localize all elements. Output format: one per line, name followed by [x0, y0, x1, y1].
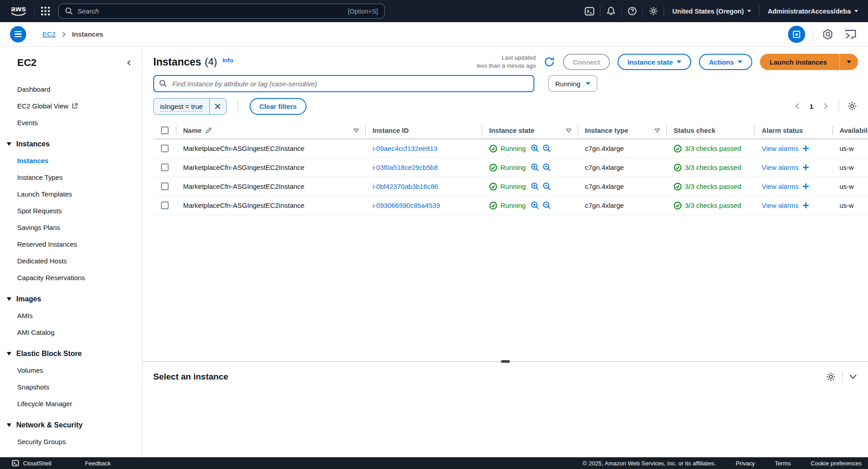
sidebar-menu-toggle[interactable] — [10, 26, 26, 42]
page-number[interactable]: 1 — [806, 103, 817, 110]
global-search[interactable]: [Option+S] — [58, 4, 385, 19]
sidebar-item-reserved-instances[interactable]: Reserved Instances — [0, 236, 142, 253]
previous-page-icon[interactable] — [793, 101, 802, 112]
instance-id-link[interactable]: i-0bf42370ab3b16c86 — [373, 183, 438, 190]
column-header-instance-state[interactable]: Instance state — [482, 122, 578, 139]
zoom-in-icon[interactable] — [531, 163, 539, 172]
aws-logo-text: aws — [11, 6, 26, 12]
zoom-in-icon[interactable] — [531, 182, 539, 191]
column-header-alarm-status[interactable]: Alarm status — [755, 122, 832, 139]
sidebar-item-launch-templates[interactable]: Launch Templates — [0, 186, 142, 202]
view-alarms-link[interactable]: View alarms — [762, 164, 798, 171]
sidebar-item-instances[interactable]: Instances — [0, 152, 142, 169]
column-header-instance-type[interactable]: Instance type — [578, 122, 666, 139]
instance-id-link[interactable]: i-09aec4ccf132ee813 — [373, 145, 437, 152]
footer-cloudshell-button[interactable]: CloudShell — [12, 460, 52, 467]
instance-state-button[interactable]: Instance state — [618, 54, 691, 70]
add-alarm-plus-icon[interactable] — [802, 202, 809, 209]
add-alarm-plus-icon[interactable] — [802, 164, 809, 171]
sidebar-section-network-security[interactable]: Network & Security — [0, 417, 142, 433]
zoom-out-icon[interactable] — [542, 201, 551, 210]
account-menu[interactable]: AdministratorAccess/deba — [760, 0, 860, 22]
footer-cookie-preferences-link[interactable]: Cookie preferences — [811, 460, 862, 467]
zoom-in-icon[interactable] — [531, 144, 539, 153]
sidebar-collapse-icon[interactable] — [126, 59, 133, 66]
zoom-in-icon[interactable] — [531, 201, 539, 210]
column-header-instance-id[interactable]: Instance ID — [365, 122, 482, 139]
status-ok-icon — [489, 145, 497, 153]
footer-feedback-button[interactable]: Feedback — [85, 460, 111, 467]
sort-icon — [354, 128, 359, 133]
view-alarms-link[interactable]: View alarms — [762, 145, 798, 152]
cloudshell-terminal-icon[interactable] — [579, 0, 600, 22]
sidebar-item-ec2-global-view[interactable]: EC2 Global View — [0, 98, 142, 114]
row-checkbox[interactable] — [161, 183, 169, 190]
app-body: EC2 Dashboard EC2 Global View Events Ins… — [0, 47, 868, 457]
breadcrumb-ec2-link[interactable]: EC2 — [42, 30, 56, 38]
instance-search-input[interactable] — [153, 75, 534, 92]
aws-logo[interactable]: aws — [11, 6, 26, 16]
sidebar-item-spot-requests[interactable]: Spot Requests — [0, 202, 142, 219]
sidebar-item-savings-plans[interactable]: Savings Plans — [0, 219, 142, 236]
sidebar-item-amis[interactable]: AMIs — [0, 307, 142, 324]
availability-zone-cell: us-w — [832, 139, 868, 158]
launch-instances-button[interactable]: Launch instances — [760, 54, 835, 70]
split-panel-collapse-chevron-icon[interactable] — [849, 374, 857, 380]
settings-gear-icon[interactable] — [643, 0, 664, 22]
column-header-name[interactable]: Name — [176, 122, 365, 139]
table-preferences-gear-icon[interactable] — [847, 101, 857, 111]
sidebar-item-lifecycle-manager[interactable]: Lifecycle Manager — [0, 395, 142, 412]
connect-button[interactable]: Connect — [563, 54, 610, 70]
global-search-input[interactable] — [77, 7, 348, 15]
zoom-out-icon[interactable] — [542, 144, 551, 153]
side-panel-toggle-icon[interactable] — [788, 26, 805, 43]
name-cell: MarketplaceCfn-ASGIngestEC2Instance — [176, 139, 365, 158]
sidebar-section-images[interactable]: Images — [0, 291, 142, 307]
column-header-availability-zone[interactable]: Availability Zone — [832, 122, 868, 139]
alarm-status-cell: View alarms — [755, 177, 832, 196]
select-all-checkbox[interactable] — [161, 127, 169, 134]
cloudshell-icon[interactable] — [843, 27, 858, 42]
sidebar-item-dedicated-hosts[interactable]: Dedicated Hosts — [0, 253, 142, 269]
info-link[interactable]: Info — [222, 57, 233, 64]
services-grid-icon[interactable] — [35, 0, 56, 22]
region-selector[interactable]: United States (Oregon) — [664, 0, 759, 22]
zoom-out-icon[interactable] — [542, 163, 551, 172]
sidebar-item-events[interactable]: Events — [0, 114, 142, 131]
help-icon[interactable] — [622, 0, 642, 22]
add-alarm-plus-icon[interactable] — [802, 183, 809, 190]
view-alarms-link[interactable]: View alarms — [762, 202, 798, 209]
sidebar-item-security-groups[interactable]: Security Groups — [0, 433, 142, 450]
footer-terms-link[interactable]: Terms — [775, 460, 791, 467]
sidebar-item-dashboard[interactable]: Dashboard — [0, 81, 142, 98]
actions-button[interactable]: Actions — [699, 54, 752, 70]
split-panel-preferences-gear-icon[interactable] — [826, 372, 836, 382]
instance-id-link[interactable]: i-093066590c85a4539 — [373, 202, 440, 209]
sidebar-section-elastic-block-store[interactable]: Elastic Block Store — [0, 345, 142, 362]
instance-id-link[interactable]: i-03f0a518ce29cb5b8 — [373, 164, 438, 171]
notifications-bell-icon[interactable] — [600, 0, 621, 22]
sidebar-section-instances[interactable]: Instances — [0, 136, 142, 152]
sidebar-item-instance-types[interactable]: Instance Types — [0, 169, 142, 186]
remove-filter-icon[interactable] — [209, 98, 226, 115]
zoom-out-icon[interactable] — [542, 182, 551, 191]
split-panel-drag-handle[interactable] — [501, 360, 510, 363]
row-checkbox[interactable] — [161, 202, 169, 209]
clear-filters-button[interactable]: Clear filters — [250, 98, 307, 115]
sidebar-item-ami-catalog[interactable]: AMI Catalog — [0, 324, 142, 341]
sidebar-item-capacity-reservations[interactable]: Capacity Reservations — [0, 269, 142, 286]
amazon-q-icon[interactable] — [820, 27, 835, 42]
add-alarm-plus-icon[interactable] — [802, 145, 809, 152]
refresh-icon[interactable] — [543, 56, 555, 68]
column-header-status-check[interactable]: Status check — [666, 122, 755, 139]
sidebar-item-snapshots[interactable]: Snapshots — [0, 379, 142, 395]
launch-instances-dropdown[interactable] — [840, 54, 858, 70]
next-page-icon[interactable] — [821, 101, 830, 112]
state-filter-dropdown[interactable]: Running — [548, 75, 597, 92]
row-checkbox[interactable] — [161, 145, 169, 152]
footer-privacy-link[interactable]: Privacy — [736, 460, 755, 467]
sidebar-item-volumes[interactable]: Volumes — [0, 362, 142, 379]
view-alarms-link[interactable]: View alarms — [762, 183, 798, 190]
chevron-down-icon — [747, 10, 751, 12]
row-checkbox[interactable] — [161, 164, 169, 171]
